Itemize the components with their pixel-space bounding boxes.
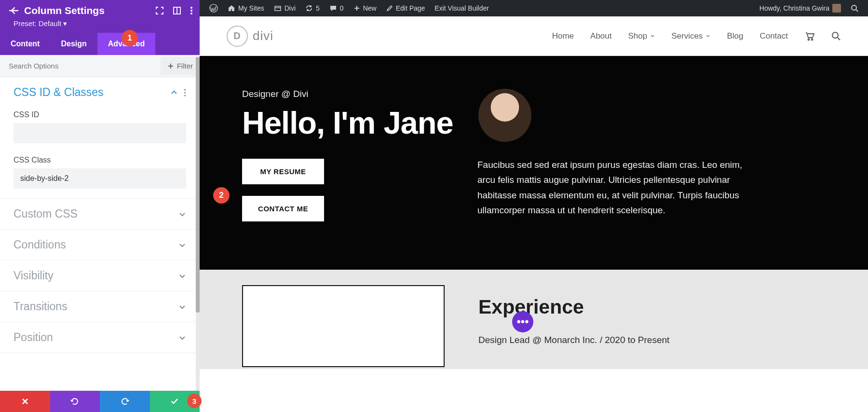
exit-vb-link[interactable]: Exit Visual Builder (430, 4, 494, 12)
hero-title: Hello, I'm Jane (242, 107, 469, 138)
experience-section: Experience Design Lead @ Monarch Inc. / … (200, 270, 868, 369)
nav-contact[interactable]: Contact (760, 31, 788, 41)
section-header-position[interactable]: Position (0, 322, 200, 353)
nav-shop[interactable]: Shop (628, 31, 655, 41)
back-arrow-icon[interactable] (7, 6, 20, 15)
tab-design[interactable]: Design (50, 33, 97, 55)
section-header-custom-css[interactable]: Custom CSS (0, 199, 200, 229)
svg-point-9 (852, 5, 856, 10)
undo-button[interactable] (50, 391, 100, 412)
svg-rect-8 (275, 6, 281, 11)
wp-logo-icon[interactable] (204, 4, 223, 13)
wp-admin-bar: My Sites Divi 5 0 New Edit Page Exit Vis… (200, 0, 868, 16)
redo-button[interactable] (100, 391, 150, 412)
section-header-conditions[interactable]: Conditions (0, 230, 200, 260)
section-position: Position (0, 322, 200, 353)
preset-dropdown[interactable]: Preset: Default ▾ (0, 18, 200, 33)
cart-icon[interactable] (804, 31, 815, 41)
search-row: Filter (0, 55, 200, 77)
panel-tabs: Content Design Advanced (0, 33, 200, 55)
svg-point-12 (832, 32, 838, 38)
edit-page-link[interactable]: Edit Page (381, 4, 430, 12)
chevron-down-icon (650, 34, 655, 39)
css-id-label: CSS ID (14, 110, 186, 119)
nav-shop-label: Shop (628, 31, 647, 41)
section-title-css: CSS ID & Classes (14, 86, 170, 99)
section-title-position: Position (14, 331, 178, 344)
section-transitions: Transitions (0, 291, 200, 322)
filter-label: Filter (177, 62, 193, 70)
save-button[interactable]: 3 (150, 391, 200, 412)
search-icon[interactable] (831, 31, 841, 41)
section-title-transitions: Transitions (14, 300, 178, 313)
cancel-button[interactable] (0, 391, 50, 412)
section-header-transitions[interactable]: Transitions (0, 291, 200, 322)
panel-scrollbar-track[interactable] (196, 57, 200, 391)
adminbar-search-icon[interactable] (846, 4, 863, 12)
svg-point-11 (812, 39, 813, 40)
section-kebab-icon[interactable] (184, 89, 186, 96)
callout-1: 1 (122, 30, 138, 46)
avatar-thumb (832, 4, 841, 13)
chevron-down-icon (178, 241, 186, 249)
site-header: D divi Home About Shop Services Blog Con… (200, 16, 868, 56)
svg-point-6 (184, 95, 186, 96)
section-title-conditions: Conditions (14, 238, 178, 251)
chevron-up-icon (170, 89, 178, 96)
hero-right-column: Faucibus sed sed erat ipsum purus egesta… (469, 89, 826, 233)
site-logo[interactable]: D divi (227, 26, 273, 47)
section-header-visibility[interactable]: Visibility (0, 261, 200, 291)
site-link[interactable]: Divi (269, 4, 300, 12)
section-title-custom-css: Custom CSS (14, 207, 178, 220)
nav-services[interactable]: Services (671, 31, 710, 41)
chevron-down-icon (178, 272, 186, 280)
my-sites-label: My Sites (238, 4, 264, 12)
nav-about[interactable]: About (590, 31, 611, 41)
section-custom-css: Custom CSS (0, 199, 200, 230)
expand-icon[interactable] (155, 6, 164, 15)
comments-link[interactable]: 0 (325, 4, 349, 12)
css-class-label: CSS Class (14, 156, 186, 165)
nav-services-label: Services (671, 31, 703, 41)
panel-scrollbar-thumb[interactable] (196, 57, 200, 313)
kebab-icon[interactable] (190, 6, 193, 15)
tab-content[interactable]: Content (0, 33, 50, 55)
panel-footer: 3 (0, 391, 200, 412)
new-label: New (363, 4, 377, 12)
css-class-input[interactable] (14, 168, 186, 189)
my-sites-link[interactable]: My Sites (223, 4, 269, 12)
main-nav: Home About Shop Services Blog Contact (552, 31, 841, 41)
resume-button[interactable]: MY RESUME (242, 159, 324, 184)
module-options-fab[interactable]: ••• (512, 311, 533, 332)
edit-page-label: Edit Page (396, 4, 425, 12)
exit-vb-label: Exit Visual Builder (434, 4, 489, 12)
nav-home[interactable]: Home (552, 31, 574, 41)
howdy-label: Howdy, Christina Gwira (760, 4, 829, 12)
svg-point-3 (190, 13, 192, 14)
nav-blog[interactable]: Blog (727, 31, 743, 41)
section-title-visibility: Visibility (14, 269, 178, 282)
updates-link[interactable]: 5 (300, 4, 325, 12)
svg-point-5 (184, 92, 186, 94)
svg-point-4 (184, 89, 186, 91)
chevron-down-icon (178, 210, 186, 218)
chevron-down-icon (178, 334, 186, 342)
logo-text: divi (253, 28, 273, 43)
logo-mark-icon: D (227, 26, 248, 47)
sections-list: CSS ID & Classes CSS ID CSS Class 2 Cust… (0, 77, 200, 412)
search-input[interactable] (0, 55, 161, 77)
responsive-icon[interactable] (173, 6, 181, 15)
section-header-css[interactable]: CSS ID & Classes (0, 77, 200, 108)
contact-me-button[interactable]: CONTACT ME (242, 196, 324, 221)
profile-avatar (478, 89, 531, 142)
chevron-down-icon (705, 34, 710, 39)
hero-left-column: Designer @ Divi Hello, I'm Jane MY RESUM… (242, 89, 469, 233)
howdy-link[interactable]: Howdy, Christina Gwira (755, 4, 846, 13)
filter-button[interactable]: Filter (161, 57, 200, 75)
section-conditions: Conditions (0, 230, 200, 261)
new-link[interactable]: New (349, 4, 381, 12)
dots-icon: ••• (516, 315, 529, 329)
hero-paragraph: Faucibus sed sed erat ipsum purus egesta… (477, 157, 747, 218)
css-id-input[interactable] (14, 123, 186, 143)
section-css-id-classes: CSS ID & Classes CSS ID CSS Class (0, 77, 200, 199)
